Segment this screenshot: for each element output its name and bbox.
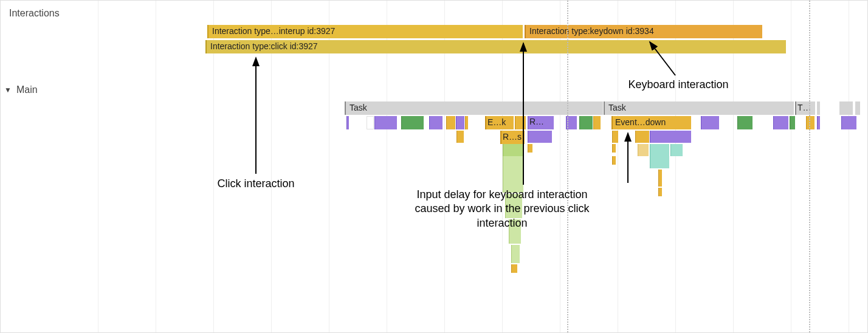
interaction-bar-pointerup[interactable]: Interaction type…interup id:3927 [207, 25, 523, 38]
event-label: R…s [501, 131, 525, 142]
interaction-bar-label: Interaction type…interup id:3927 [208, 25, 339, 36]
flame-segment[interactable] [374, 116, 397, 129]
flame-segment[interactable] [612, 144, 616, 153]
event-bar[interactable]: Event…down [611, 116, 691, 129]
flame-segment[interactable] [465, 116, 468, 129]
flame-segment[interactable] [346, 116, 349, 129]
task-label: Task [346, 101, 371, 112]
flame-segment[interactable] [817, 101, 820, 115]
event-label: E…k [486, 116, 509, 127]
track-label-interactions: Interactions [9, 8, 60, 19]
dotted-marker-1 [567, 1, 568, 332]
main-task-bar[interactable]: T… [795, 101, 815, 115]
flame-segment[interactable] [515, 116, 526, 129]
task-label: Task [605, 101, 630, 112]
flame-segment[interactable] [612, 156, 616, 165]
track-label-main: Main [16, 84, 38, 95]
flame-segment[interactable] [650, 156, 669, 168]
event-label: Event…down [613, 116, 669, 127]
flame-segment[interactable] [638, 144, 649, 156]
flame-segment[interactable] [511, 245, 520, 263]
main-track-disclosure[interactable]: ▼ [4, 86, 12, 94]
flame-segment[interactable] [509, 219, 521, 244]
flame-segment[interactable] [503, 144, 523, 156]
flame-segment[interactable] [446, 116, 455, 129]
interaction-bar-keydown[interactable]: Interaction type:keydown id:3934 [525, 25, 762, 38]
flame-segment[interactable] [505, 194, 522, 218]
event-bar-purple[interactable]: R… [528, 116, 554, 129]
flame-segment[interactable] [670, 144, 683, 156]
flame-segment[interactable] [701, 116, 719, 129]
main-task-bar[interactable]: Task [604, 101, 794, 115]
flame-segment[interactable] [658, 170, 662, 178]
flame-segment[interactable] [456, 116, 464, 129]
flame-segment[interactable] [635, 131, 649, 143]
flame-segment[interactable] [456, 131, 464, 143]
interaction-bar-label: Interaction type:keydown id:3934 [526, 25, 658, 36]
event-bar[interactable]: R…s [500, 131, 525, 144]
event-bar[interactable]: E…k [485, 116, 514, 129]
flame-segment[interactable] [367, 116, 374, 129]
flame-segment[interactable] [503, 156, 523, 193]
flame-segment[interactable] [806, 116, 815, 129]
main-task-bar[interactable]: Task [345, 101, 603, 115]
dotted-marker-2 [809, 1, 810, 332]
flame-segment[interactable] [593, 116, 601, 129]
flame-segment[interactable] [658, 178, 662, 187]
flame-segment[interactable] [579, 116, 593, 129]
flame-segment[interactable] [841, 116, 856, 129]
flame-segment[interactable] [528, 131, 552, 143]
flame-segment[interactable] [855, 101, 860, 115]
flame-segment[interactable] [511, 264, 517, 273]
interaction-bar-click[interactable]: Interaction type:click id:3927 [205, 40, 786, 53]
task-label: T… [796, 101, 815, 112]
flame-segment[interactable] [401, 116, 424, 129]
flame-segment[interactable] [650, 144, 669, 156]
flame-segment[interactable] [429, 116, 443, 129]
flame-segment[interactable] [528, 144, 532, 153]
flame-segment[interactable] [658, 188, 662, 196]
performance-timeline-panel: Interactions ▼ Main Interaction type…int… [0, 0, 868, 333]
flame-segment[interactable] [650, 131, 691, 143]
flame-segment[interactable] [790, 116, 795, 129]
flame-segment[interactable] [839, 101, 853, 115]
interaction-bar-label: Interaction type:click id:3927 [207, 40, 322, 51]
flame-segment[interactable] [817, 116, 820, 129]
flame-segment[interactable] [612, 131, 618, 143]
flame-segment[interactable] [737, 116, 753, 129]
flame-segment[interactable] [773, 116, 788, 129]
